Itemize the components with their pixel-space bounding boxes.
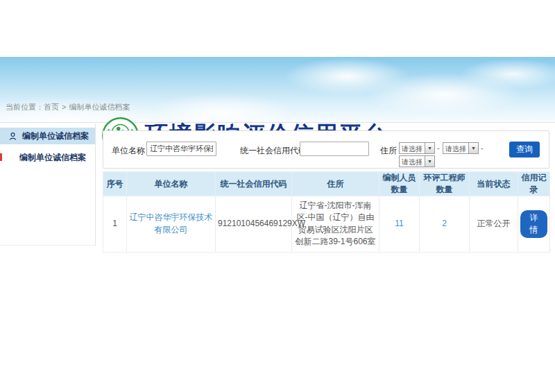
unit-name-link[interactable]: 辽宁中咨华宇环保技术有限公司 <box>130 212 213 234</box>
active-item-marker <box>0 153 2 161</box>
header-unit-name: 单位名称 <box>127 172 216 196</box>
staff-count-link[interactable]: 11 <box>395 219 403 228</box>
sidebar-header-label: 编制单位诚信档案 <box>22 130 89 142</box>
page: MEE 环境影响评价信用平台 当前位置：首页>编制单位诚信档案 编制单位诚信档案… <box>0 0 555 392</box>
engineer-count-link[interactable]: 2 <box>442 219 447 228</box>
city-select[interactable]: 请选择 ▼ <box>443 142 479 154</box>
district-select[interactable]: 请选择 ▼ <box>399 155 435 167</box>
header-banner: MEE 环境影响评价信用平台 <box>0 57 555 123</box>
table-header-row: 序号 单位名称 统一社会信用代码 住所 编制人员数量 环评工程师数量 当前状态 … <box>103 172 550 196</box>
chevron-down-icon: ▼ <box>425 156 434 167</box>
district-select-value: 请选择 <box>400 156 425 167</box>
breadcrumb-home-link[interactable]: 首页 <box>44 103 59 111</box>
cell-status: 正常公开 <box>470 196 518 253</box>
select-separator: - <box>481 144 484 152</box>
search-button[interactable]: 查询 <box>509 142 540 157</box>
header-engineer-count: 环评工程师数量 <box>420 172 470 196</box>
cell-address: 辽宁省-沈阳市-浑南区-中国（辽宁）自由贸易试验区沈阳片区创新二路39-1号60… <box>292 196 379 253</box>
chevron-down-icon: ▼ <box>468 143 478 153</box>
sidebar-item-label: 编制单位诚信档案 <box>19 153 86 162</box>
sidebar: 编制单位诚信档案 编制单位诚信档案 <box>0 123 96 246</box>
province-select[interactable]: 请选择 ▼ <box>399 142 435 154</box>
chevron-down-icon: ▼ <box>425 143 434 153</box>
person-icon <box>8 132 17 141</box>
unit-name-input[interactable] <box>146 142 216 156</box>
city-select-value: 请选择 <box>443 143 468 153</box>
breadcrumb-prefix: 当前位置： <box>6 103 44 111</box>
breadcrumb-separator: > <box>62 103 66 111</box>
breadcrumb: 当前位置：首页>编制单位诚信档案 <box>6 102 130 112</box>
header-credit-record: 信用记录 <box>518 172 550 196</box>
province-select-value: 请选择 <box>400 143 425 153</box>
cell-index: 1 <box>103 196 127 253</box>
sidebar-header: 编制单位诚信档案 <box>0 128 95 144</box>
sidebar-item-credit-archive[interactable]: 编制单位诚信档案 <box>0 152 95 164</box>
detail-button[interactable]: 详情 <box>520 210 547 238</box>
credit-code-input[interactable] <box>300 142 369 156</box>
cell-credit-code: 9121010456469129XW <box>216 196 292 253</box>
header-index: 序号 <box>103 172 127 196</box>
table-row: 1 辽宁中咨华宇环保技术有限公司 9121010456469129XW 辽宁省-… <box>103 196 550 253</box>
results-table: 序号 单位名称 统一社会信用代码 住所 编制人员数量 环评工程师数量 当前状态 … <box>103 171 550 253</box>
select-separator: - <box>437 144 440 152</box>
breadcrumb-current: 编制单位诚信档案 <box>69 103 130 111</box>
search-form: 单位名称 ： 统一社会信用代码 ： 住所 ： 请选择 ▼ - 请选择 ▼ - 请… <box>103 130 549 169</box>
header-status: 当前状态 <box>470 172 518 196</box>
header-credit-code: 统一社会信用代码 <box>216 172 292 196</box>
header-address: 住所 <box>292 172 379 196</box>
header-staff-count: 编制人员数量 <box>379 172 420 196</box>
